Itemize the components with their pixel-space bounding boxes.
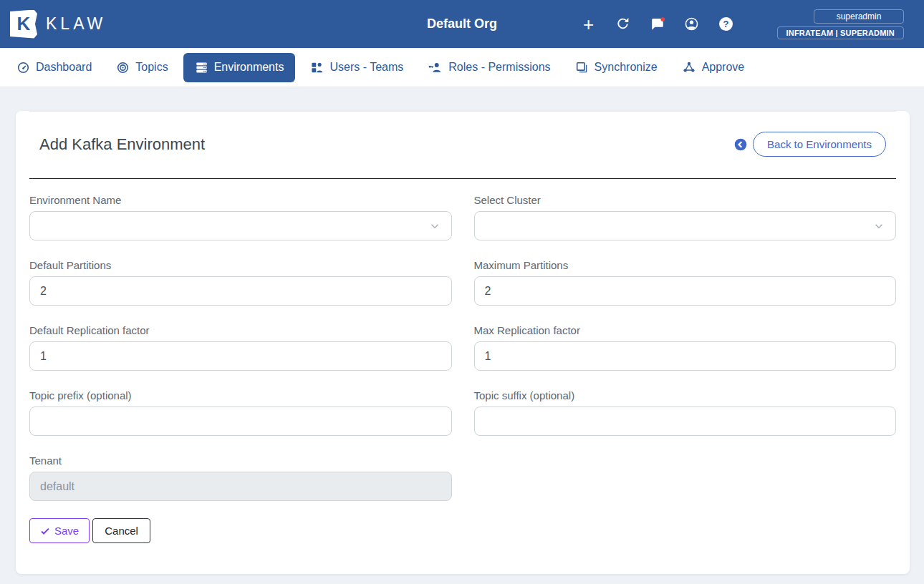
add-environment-card: Add Kafka Environment Back to Environmen… (16, 111, 910, 574)
dashboard-gauge-icon (16, 61, 30, 74)
username-badge: superadmin (814, 9, 904, 24)
nav-item-environments[interactable]: Environments (183, 53, 296, 82)
max-replication-factor-label: Max Replication factor (474, 324, 897, 336)
chat-notifications-icon[interactable] (650, 16, 665, 32)
cancel-button[interactable]: Cancel (92, 518, 150, 543)
select-cluster-select[interactable] (474, 211, 897, 240)
nav-item-users-teams[interactable]: Users - Teams (301, 54, 413, 82)
default-partitions-input[interactable] (29, 276, 452, 306)
target-icon (116, 61, 130, 74)
klaw-logo-icon: K (10, 10, 37, 39)
overlap-squares-icon (575, 61, 589, 74)
nav-label: Synchronize (595, 61, 658, 74)
max-replication-factor-input[interactable] (474, 341, 897, 371)
back-to-environments-button[interactable]: Back to Environments (753, 132, 886, 157)
arrow-circle-left-icon[interactable] (733, 137, 748, 152)
environment-name-label: Environment Name (29, 194, 452, 206)
person-key-icon (428, 60, 443, 75)
select-cluster-label: Select Cluster (474, 194, 897, 206)
nav-label: Users - Teams (329, 61, 403, 74)
brand-name: KLAW (46, 14, 106, 34)
nav-label: Environments (214, 61, 284, 74)
hub-network-icon (682, 60, 696, 74)
nav-item-synchronize[interactable]: Synchronize (566, 54, 667, 82)
nav-label: Approve (702, 61, 745, 74)
save-button[interactable]: Save (29, 518, 90, 543)
user-account-icon[interactable] (684, 16, 700, 32)
topic-prefix-label: Topic prefix (optional) (29, 389, 452, 402)
environment-form: Environment Name Select Cluster Default … (29, 194, 896, 501)
team-role-badge: INFRATEAM | SUPERADMIN (777, 26, 905, 39)
save-button-label: Save (54, 525, 79, 537)
default-replication-factor-input[interactable] (29, 341, 452, 371)
maximum-partitions-input[interactable] (474, 276, 897, 306)
nav-label: Topics (135, 61, 168, 74)
server-stack-icon (195, 61, 208, 74)
chevron-down-icon (872, 220, 885, 233)
default-replication-factor-label: Default Replication factor (29, 324, 452, 336)
user-info[interactable]: superadmin INFRATEAM | SUPERADMIN (777, 9, 905, 39)
check-icon (40, 526, 50, 536)
user-grid-icon (310, 61, 324, 74)
topic-suffix-label: Topic suffix (optional) (474, 389, 897, 402)
brand-logo[interactable]: K KLAW (10, 10, 106, 39)
page-title: Add Kafka Environment (39, 135, 205, 154)
default-partitions-label: Default Partitions (29, 259, 452, 271)
environment-name-select[interactable] (29, 211, 452, 240)
main-nav: Dashboard Topics Environments Users - Te… (0, 48, 924, 87)
nav-label: Roles - Permissions (448, 61, 550, 74)
nav-item-topics[interactable]: Topics (107, 54, 177, 82)
nav-item-approve[interactable]: Approve (673, 53, 754, 82)
org-title: Default Org (427, 16, 497, 31)
chevron-down-icon (428, 220, 441, 233)
help-icon[interactable]: ? (718, 16, 734, 32)
title-divider (29, 178, 896, 179)
plus-icon[interactable]: + (581, 16, 597, 32)
topic-suffix-input[interactable] (474, 407, 897, 436)
nav-item-roles-permissions[interactable]: Roles - Permissions (418, 53, 559, 82)
app-header: K KLAW Default Org + ? supe (0, 0, 924, 48)
refresh-icon[interactable] (615, 16, 631, 32)
nav-item-dashboard[interactable]: Dashboard (7, 54, 101, 82)
tenant-label: Tenant (29, 454, 452, 467)
tenant-input (29, 472, 452, 501)
notification-dot (660, 17, 665, 21)
topic-prefix-input[interactable] (29, 407, 452, 436)
header-actions: + ? superadmin INFRATEAM | SUPERADMIN (581, 9, 905, 39)
nav-label: Dashboard (36, 61, 92, 74)
maximum-partitions-label: Maximum Partitions (474, 259, 897, 271)
